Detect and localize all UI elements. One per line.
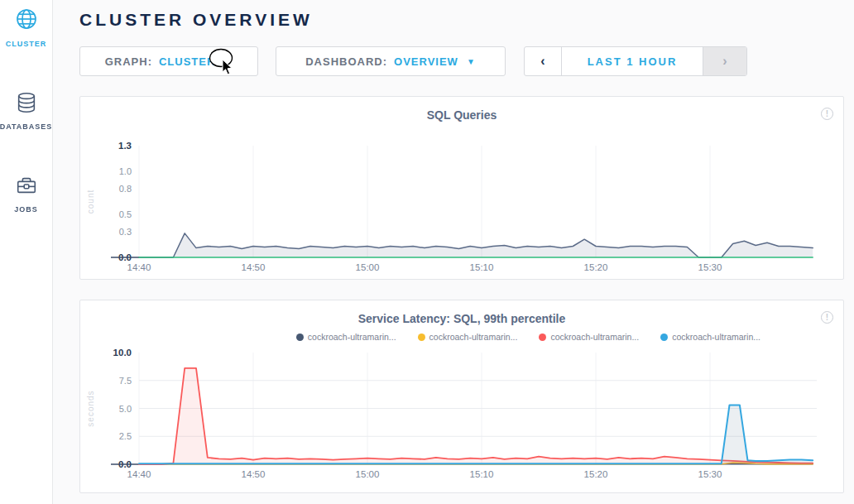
main-content: CLUSTER OVERVIEW GRAPH: CLUSTER ▼ DASHBO… [53, 0, 854, 493]
briefcase-icon [15, 174, 38, 200]
sql-queries-chart[interactable]: 14:4014:5015:0015:1015:2015:300.00.30.50… [80, 125, 843, 279]
chevron-down-icon: ▼ [467, 57, 476, 66]
legend-item[interactable]: cockroach-ultramarin... [539, 332, 639, 342]
sidebar-item-label: JOBS [14, 205, 38, 214]
svg-text:15:30: 15:30 [698, 262, 722, 272]
svg-text:0.8: 0.8 [119, 184, 132, 194]
time-next-button[interactable]: › [703, 47, 746, 75]
legend-item[interactable]: cockroach-ultramarin... [296, 332, 396, 342]
svg-text:1.3: 1.3 [118, 141, 132, 151]
svg-text:15:10: 15:10 [470, 262, 494, 272]
svg-text:0.5: 0.5 [119, 209, 132, 219]
legend-label: cockroach-ultramarin... [308, 332, 396, 342]
legend-item[interactable]: cockroach-ultramarin... [660, 332, 760, 342]
time-prev-button[interactable]: ‹ [525, 47, 561, 75]
service-latency-chart[interactable]: 14:4014:5015:0015:1015:2015:300.02.55.07… [80, 345, 843, 492]
page-title: CLUSTER OVERVIEW [79, 0, 844, 30]
sidebar-item-databases[interactable]: DATABASES [0, 91, 53, 131]
svg-text:5.0: 5.0 [119, 404, 132, 414]
legend-label: cockroach-ultramarin... [429, 332, 518, 342]
dashboard-dropdown[interactable]: DASHBOARD: OVERVIEW ▼ [276, 46, 506, 76]
svg-text:15:30: 15:30 [698, 469, 722, 479]
sql-queries-panel: SQL Queries ! 14:4014:5015:0015:1015:201… [79, 96, 844, 280]
legend-dot-icon [296, 334, 304, 341]
legend-dot-icon [418, 334, 425, 341]
graph-dropdown-label: GRAPH: [105, 55, 152, 68]
legend-label: cockroach-ultramarin... [672, 332, 760, 342]
svg-text:15:10: 15:10 [470, 469, 494, 479]
svg-text:14:40: 14:40 [127, 262, 151, 272]
sidebar-item-cluster[interactable]: CLUSTER [0, 7, 53, 48]
time-window-control: ‹ LAST 1 HOUR › [524, 46, 747, 76]
controls-bar: GRAPH: CLUSTER ▼ DASHBOARD: OVERVIEW ▼ ‹… [79, 46, 844, 76]
info-icon[interactable]: ! [821, 108, 833, 120]
svg-text:14:40: 14:40 [127, 469, 151, 479]
legend-label: cockroach-ultramarin... [550, 332, 639, 342]
legend-dot-icon [539, 334, 546, 341]
svg-text:15:20: 15:20 [584, 469, 608, 479]
chart-title: Service Latency: SQL, 99th percentile [80, 300, 843, 325]
svg-text:2.5: 2.5 [119, 431, 132, 441]
time-window-label[interactable]: LAST 1 HOUR [561, 47, 703, 75]
sidebar-item-label: CLUSTER [6, 40, 47, 48]
svg-text:0.3: 0.3 [119, 227, 132, 237]
svg-text:15:00: 15:00 [356, 469, 380, 479]
dashboard-dropdown-value: OVERVIEW [394, 55, 458, 68]
chevron-down-icon: ▼ [223, 57, 233, 66]
svg-text:10.0: 10.0 [113, 348, 132, 358]
svg-text:7.5: 7.5 [119, 376, 132, 386]
sidebar-item-jobs[interactable]: JOBS [0, 174, 53, 214]
svg-text:count: count [86, 190, 95, 214]
globe-icon [14, 7, 39, 35]
svg-text:1.0: 1.0 [119, 166, 132, 176]
database-icon [15, 91, 38, 118]
svg-text:14:50: 14:50 [242, 469, 266, 479]
chart-title: SQL Queries [80, 97, 843, 122]
svg-text:14:50: 14:50 [242, 262, 266, 272]
sidebar-item-label: DATABASES [0, 122, 52, 131]
sidebar: CLUSTER DATABASES JOBS [0, 0, 53, 504]
svg-text:seconds: seconds [86, 390, 95, 426]
service-latency-panel: Service Latency: SQL, 99th percentile ! … [79, 300, 844, 493]
legend-dot-icon [660, 334, 668, 341]
legend-item[interactable]: cockroach-ultramarin... [418, 332, 518, 342]
graph-dropdown-value: CLUSTER [159, 55, 215, 68]
svg-text:15:20: 15:20 [584, 262, 608, 272]
graph-dropdown[interactable]: GRAPH: CLUSTER ▼ [79, 46, 258, 76]
svg-text:15:00: 15:00 [356, 262, 380, 272]
dashboard-dropdown-label: DASHBOARD: [305, 55, 387, 68]
info-icon[interactable]: ! [821, 311, 833, 324]
chart-legend: cockroach-ultramarin...cockroach-ultrama… [80, 332, 843, 342]
